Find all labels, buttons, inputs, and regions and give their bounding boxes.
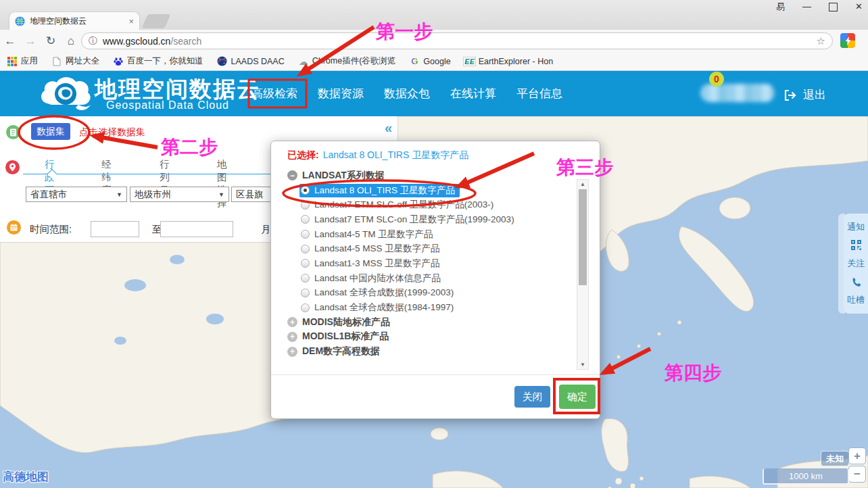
- url-text[interactable]: www.gscloud.cn/search: [103, 36, 811, 47]
- side-widget-feedback[interactable]: 吐槽: [847, 294, 865, 306]
- dataset-select-dialog: 已选择: Landsat 8 OLI_TIRS 卫星数字产品 −LANDSAT系…: [270, 141, 600, 419]
- bookmark-label: 网址大全: [66, 55, 99, 67]
- select-province[interactable]: 省直辖市▼: [26, 187, 127, 202]
- close-window-button[interactable]: ✕: [855, 1, 863, 12]
- bookmark-label: EarthExplorer - Hon: [479, 57, 553, 66]
- bookmark-star-icon[interactable]: ☆: [817, 35, 825, 47]
- scroll-up-icon[interactable]: ▲: [577, 181, 588, 187]
- expand-node-icon[interactable]: +: [287, 332, 297, 342]
- bookmark-apps[interactable]: 应用: [7, 55, 38, 67]
- bookmark-earthexplorer[interactable]: EEEarthExplorer - Hon: [464, 56, 553, 67]
- expand-node-icon[interactable]: +: [287, 317, 297, 327]
- tree-group[interactable]: +DEM数字高程数据: [287, 344, 569, 359]
- radio-button[interactable]: [301, 201, 310, 210]
- side-widget-notify[interactable]: 通知: [847, 221, 865, 233]
- browser-tab[interactable]: 地理空间数据云 ×: [9, 12, 139, 30]
- tree-item-label: Landsat 8 OLI_TIRS 卫星数字产品: [314, 185, 455, 197]
- url-bar[interactable]: ⓘ www.gscloud.cn/search ☆: [81, 32, 833, 49]
- minimize-button[interactable]: —: [802, 1, 811, 12]
- selected-label: 已选择:: [287, 149, 319, 162]
- tree-group[interactable]: +MODIS陆地标准产品: [287, 315, 569, 330]
- bookmark-laads[interactable]: LAADS DAAC: [217, 56, 285, 67]
- ime-indicator-icon[interactable]: 易: [776, 1, 785, 12]
- zoom-out-button[interactable]: −: [848, 466, 866, 483]
- dataset-section-icon: [6, 125, 20, 139]
- map-layer-label: 未知: [821, 451, 849, 466]
- logout-icon: [783, 89, 796, 102]
- select-value: 区县旗: [236, 189, 264, 201]
- close-button[interactable]: 关闭: [514, 386, 550, 408]
- collapse-panel-icon[interactable]: «: [385, 120, 392, 136]
- home-button[interactable]: ⌂: [61, 34, 81, 48]
- back-button[interactable]: ←: [0, 34, 20, 48]
- tree-item[interactable]: Landsat4-5 TM 卫星数字产品: [299, 227, 569, 242]
- logout-button[interactable]: 退出: [783, 87, 826, 103]
- tree-item[interactable]: Landsat1-3 MSS 卫星数字产品: [299, 256, 569, 271]
- radio-button[interactable]: [301, 274, 310, 283]
- radio-button[interactable]: [301, 186, 310, 195]
- maximize-button[interactable]: [829, 3, 838, 11]
- tree-group-label: LANDSAT系列数据: [302, 170, 385, 182]
- select-city[interactable]: 地级市州▼: [130, 187, 229, 202]
- tree-item[interactable]: Landsat7 ETM SLC-on 卫星数字产品(1999-2003): [299, 212, 569, 227]
- username-blurred[interactable]: [700, 84, 775, 102]
- scrollbar-thumb[interactable]: [579, 189, 587, 285]
- select-value: 省直辖市: [30, 189, 67, 201]
- main-nav: 高级检索数据资源数据众包在线计算平台信息: [251, 71, 562, 116]
- collapse-node-icon[interactable]: −: [287, 170, 297, 180]
- bookmark-label: LAADS DAAC: [231, 57, 285, 66]
- map-scale-bar: 1000 km: [763, 468, 849, 485]
- tree-scrollbar[interactable]: ▲ ▼: [577, 179, 589, 370]
- location-section-icon: [5, 160, 20, 174]
- tree-item[interactable]: Landsat 全球合成数据(1999-2003): [299, 286, 569, 301]
- bookmark-site-nav[interactable]: 网址大全: [51, 55, 99, 67]
- bookmark-chrome-ext[interactable]: ☁Chrome插件(谷歌浏览: [298, 55, 396, 67]
- tree-item[interactable]: Landsat7 ETM SLC-off 卫星数字产品(2003-): [299, 197, 569, 212]
- radio-button[interactable]: [301, 230, 310, 239]
- nav-item-data-crowdsourcing[interactable]: 数据众包: [384, 86, 430, 101]
- notification-badge: 0: [709, 72, 724, 87]
- time-section-icon: [7, 220, 21, 235]
- radio-button[interactable]: [301, 303, 310, 312]
- radio-button[interactable]: [301, 289, 310, 297]
- end-date-input[interactable]: [160, 221, 233, 237]
- phone-icon[interactable]: [851, 277, 861, 287]
- side-widget: 通知 关注 吐槽: [844, 214, 868, 314]
- nav-item-advanced-search[interactable]: 高级检索: [251, 86, 297, 101]
- tree-group[interactable]: −LANDSAT系列数据: [287, 168, 569, 183]
- bookmark-google[interactable]: GGoogle: [409, 56, 450, 67]
- tree-item[interactable]: Landsat 中国内陆水体信息产品: [299, 271, 569, 286]
- page-icon: [51, 56, 62, 67]
- tree-item[interactable]: Landsat 全球合成数据(1984-1997): [299, 300, 569, 315]
- extension-icon[interactable]: [840, 33, 855, 48]
- radio-button[interactable]: [301, 245, 310, 253]
- radio-button[interactable]: [301, 215, 310, 224]
- forward-button[interactable]: →: [20, 34, 41, 48]
- tree-item[interactable]: Landsat 8 OLI_TIRS 卫星数字产品: [299, 183, 569, 198]
- qr-code-icon[interactable]: [851, 240, 861, 250]
- page-info-icon[interactable]: ⓘ: [89, 35, 97, 47]
- tab-title: 地理空间数据云: [30, 16, 124, 27]
- nav-item-online-computing[interactable]: 在线计算: [450, 86, 496, 101]
- reload-button[interactable]: ↻: [41, 34, 61, 48]
- dropdown-caret-icon: ▼: [116, 191, 122, 198]
- selected-value: Landsat 8 OLI_TIRS 卫星数字产品: [323, 149, 469, 162]
- cloud-icon: ☁: [298, 56, 309, 67]
- tree-item-label: Landsat1-3 MSS 卫星数字产品: [314, 258, 439, 270]
- side-widget-follow[interactable]: 关注: [847, 258, 865, 270]
- dataset-button[interactable]: 数据集: [31, 123, 70, 140]
- expand-node-icon[interactable]: +: [287, 347, 297, 357]
- bookmark-label: 应用: [21, 55, 38, 67]
- confirm-button[interactable]: 确定: [559, 385, 596, 409]
- nav-item-platform-info[interactable]: 平台信息: [516, 86, 562, 101]
- radio-button[interactable]: [301, 259, 310, 268]
- start-date-input[interactable]: [91, 221, 139, 237]
- tree-group[interactable]: +MODISL1B标准产品: [287, 330, 569, 345]
- scroll-down-icon[interactable]: ▼: [577, 362, 588, 368]
- bookmark-baidu[interactable]: 百度一下，你就知道: [113, 55, 203, 67]
- zoom-in-button[interactable]: +: [848, 447, 866, 464]
- tab-close-icon[interactable]: ×: [128, 16, 134, 26]
- tree-item[interactable]: Landsat4-5 MSS 卫星数字产品: [299, 241, 569, 256]
- map-provider-watermark: 高德地图: [3, 469, 49, 485]
- nav-item-data-resources[interactable]: 数据资源: [318, 86, 364, 101]
